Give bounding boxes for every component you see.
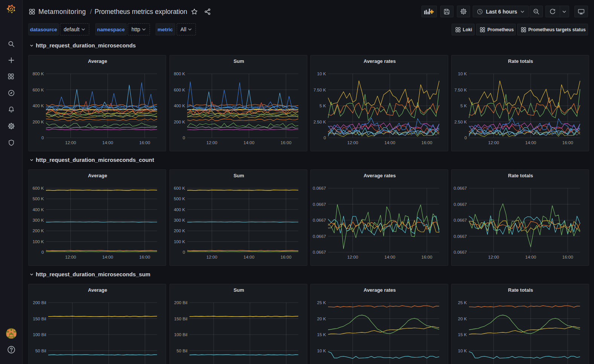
svg-text:100 K: 100 K — [32, 239, 44, 244]
svg-text:100 Bil: 100 Bil — [174, 332, 187, 337]
svg-text:100 Bil: 100 Bil — [33, 332, 46, 337]
svg-text:800 K: 800 K — [32, 72, 44, 76]
svg-text:16:00: 16:00 — [421, 140, 432, 145]
svg-text:400 K: 400 K — [32, 207, 44, 212]
svg-text:150 Bil: 150 Bil — [174, 317, 187, 321]
svg-text:Sum: Sum — [234, 173, 244, 178]
svg-text:0: 0 — [464, 136, 467, 140]
svg-text:Average rates: Average rates — [363, 173, 396, 178]
svg-text:25 K: 25 K — [317, 300, 326, 305]
svg-text:400 K: 400 K — [174, 104, 185, 108]
svg-text:12:00: 12:00 — [347, 255, 358, 259]
svg-text:50 Bil: 50 Bil — [177, 349, 188, 353]
svg-text:0: 0 — [183, 136, 185, 140]
svg-text:0.0667: 0.0667 — [313, 218, 326, 222]
svg-text:0.0667: 0.0667 — [313, 202, 326, 207]
svg-text:Rate totals: Rate totals — [508, 287, 533, 293]
svg-text:15 K: 15 K — [458, 332, 467, 337]
svg-text:300 K: 300 K — [174, 218, 185, 222]
svg-text:300 K: 300 K — [32, 218, 44, 222]
svg-text:10 K: 10 K — [317, 72, 326, 76]
svg-text:Rate totals: Rate totals — [508, 58, 533, 64]
svg-text:14:00: 14:00 — [385, 140, 395, 145]
svg-text:600 K: 600 K — [32, 88, 44, 92]
svg-text:12:00: 12:00 — [206, 140, 217, 145]
svg-text:12:00: 12:00 — [347, 140, 358, 145]
svg-text:Average: Average — [88, 173, 107, 178]
svg-text:0.0667: 0.0667 — [313, 186, 326, 190]
svg-text:16:00: 16:00 — [562, 255, 573, 259]
svg-text:0: 0 — [41, 250, 44, 254]
svg-text:800 K: 800 K — [174, 72, 185, 76]
svg-text:20 K: 20 K — [317, 317, 326, 321]
svg-text:2.50 K: 2.50 K — [313, 120, 326, 124]
svg-text:100 K: 100 K — [174, 239, 185, 244]
svg-text:14:00: 14:00 — [244, 140, 255, 145]
svg-text:0.0667: 0.0667 — [313, 234, 326, 239]
svg-text:Average rates: Average rates — [363, 287, 396, 293]
svg-text:16:00: 16:00 — [139, 140, 150, 145]
svg-text:2.50 K: 2.50 K — [454, 120, 467, 124]
svg-text:600 K: 600 K — [174, 88, 185, 92]
svg-text:14:00: 14:00 — [525, 140, 536, 145]
svg-text:0: 0 — [41, 136, 44, 140]
svg-text:10 K: 10 K — [458, 349, 467, 353]
svg-text:16:00: 16:00 — [562, 140, 573, 145]
svg-text:Sum: Sum — [234, 287, 244, 293]
svg-text:Sum: Sum — [234, 58, 244, 64]
svg-text:16:00: 16:00 — [281, 140, 292, 145]
svg-text:0.0667: 0.0667 — [454, 218, 467, 222]
svg-text:0: 0 — [183, 250, 185, 254]
svg-text:600 K: 600 K — [174, 186, 185, 190]
svg-text:Average rates: Average rates — [363, 58, 396, 64]
svg-text:0.0667: 0.0667 — [454, 202, 467, 207]
svg-text:600 K: 600 K — [32, 186, 44, 190]
svg-text:16:00: 16:00 — [139, 255, 150, 259]
svg-text:14:00: 14:00 — [102, 255, 113, 259]
svg-text:0.0667: 0.0667 — [313, 250, 326, 254]
svg-text:15 K: 15 K — [317, 332, 326, 337]
svg-text:12:00: 12:00 — [206, 255, 217, 259]
svg-text:12:00: 12:00 — [65, 140, 76, 145]
svg-text:10 K: 10 K — [317, 349, 326, 353]
svg-text:0: 0 — [324, 136, 326, 140]
svg-text:Rate totals: Rate totals — [508, 173, 533, 178]
svg-text:400 K: 400 K — [174, 207, 185, 212]
svg-text:0.0667: 0.0667 — [454, 250, 467, 254]
svg-text:25 K: 25 K — [458, 300, 467, 305]
svg-text:14:00: 14:00 — [385, 255, 395, 259]
svg-text:20 K: 20 K — [458, 317, 467, 321]
svg-text:200 Bil: 200 Bil — [33, 300, 46, 305]
svg-text:200 Bil: 200 Bil — [174, 300, 187, 305]
svg-text:Average: Average — [88, 287, 107, 293]
svg-text:0.0667: 0.0667 — [454, 186, 467, 190]
svg-text:10 K: 10 K — [458, 72, 467, 76]
svg-text:200 K: 200 K — [174, 120, 185, 124]
svg-text:12:00: 12:00 — [488, 140, 499, 145]
svg-text:200 K: 200 K — [32, 120, 44, 124]
svg-text:500 K: 500 K — [174, 196, 185, 201]
svg-text:0.0667: 0.0667 — [454, 234, 467, 239]
svg-text:Average: Average — [88, 58, 107, 64]
svg-text:14:00: 14:00 — [525, 255, 536, 259]
svg-text:16:00: 16:00 — [421, 255, 432, 259]
svg-text:14:00: 14:00 — [102, 140, 113, 145]
svg-text:7.50 K: 7.50 K — [313, 88, 326, 92]
svg-text:5 K: 5 K — [460, 104, 467, 108]
svg-text:5 K: 5 K — [319, 104, 326, 108]
svg-text:200 K: 200 K — [32, 228, 44, 233]
svg-text:400 K: 400 K — [32, 104, 44, 108]
svg-text:50 Bil: 50 Bil — [35, 349, 46, 353]
svg-text:12:00: 12:00 — [488, 255, 499, 259]
svg-text:14:00: 14:00 — [244, 255, 255, 259]
svg-text:500 K: 500 K — [32, 196, 44, 201]
svg-text:12:00: 12:00 — [65, 255, 76, 259]
svg-text:7.50 K: 7.50 K — [454, 88, 467, 92]
svg-text:200 K: 200 K — [174, 228, 185, 233]
svg-text:150 Bil: 150 Bil — [33, 317, 46, 321]
svg-text:16:00: 16:00 — [281, 255, 292, 259]
